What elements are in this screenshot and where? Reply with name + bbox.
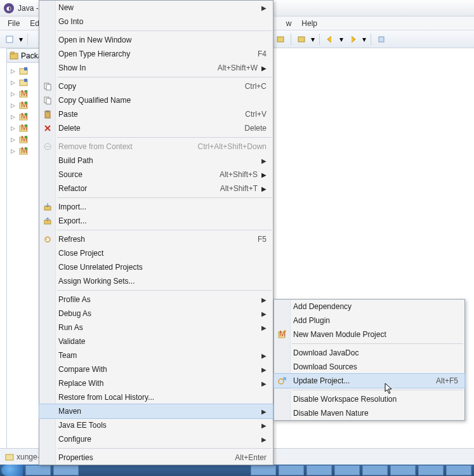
- taskbar-item[interactable]: [306, 465, 332, 475]
- menu-new[interactable]: New▶: [39, 1, 273, 15]
- menu-copy-qualified[interactable]: Copy Qualified Name: [39, 93, 273, 107]
- menu-profile-as[interactable]: Profile As▶: [39, 293, 273, 307]
- export-icon: [43, 216, 53, 226]
- menu-close-project[interactable]: Close Project: [39, 246, 273, 260]
- menu-close-unrelated[interactable]: Close Unrelated Projects: [39, 260, 273, 274]
- submenu-download-sources[interactable]: Download Sources: [274, 360, 464, 374]
- toolbar-btn-2[interactable]: [294, 32, 308, 46]
- menu-validate[interactable]: Validate: [39, 334, 273, 348]
- svg-rect-7: [24, 67, 27, 70]
- svg-rect-9: [24, 79, 27, 82]
- toolbar-btn-1[interactable]: [273, 32, 287, 46]
- menu-assign-working-sets[interactable]: Assign Working Sets...: [39, 274, 273, 288]
- taskbar-item[interactable]: [25, 465, 51, 475]
- submenu-disable-maven[interactable]: Disable Maven Nature: [274, 406, 464, 420]
- svg-rect-15: [25, 102, 27, 104]
- taskbar-item[interactable]: [390, 465, 416, 475]
- submenu-add-dependency[interactable]: Add Dependency: [274, 300, 464, 314]
- remove-icon: [43, 142, 53, 152]
- project-icon: [5, 453, 14, 461]
- svg-rect-21: [25, 124, 27, 127]
- menu-maven[interactable]: Maven▶: [39, 404, 273, 418]
- nav-fwd[interactable]: [346, 32, 360, 46]
- copy-icon: [43, 81, 53, 91]
- svg-rect-5: [11, 52, 14, 54]
- svg-rect-34: [46, 110, 49, 112]
- svg-rect-30: [46, 84, 51, 90]
- menu-properties[interactable]: PropertiesAlt+Enter: [39, 451, 273, 465]
- menu-java-ee-tools[interactable]: Java EE Tools▶: [39, 418, 273, 432]
- svg-point-40: [279, 379, 284, 384]
- svg-rect-12: [25, 90, 27, 93]
- menu-refresh[interactable]: RefreshF5: [39, 232, 273, 246]
- menu-go-into[interactable]: Go Into: [39, 15, 273, 29]
- svg-rect-41: [283, 377, 286, 380]
- svg-rect-0: [6, 36, 13, 43]
- menu-open-type-hierarchy[interactable]: Open Type HierarchyF4: [39, 47, 273, 61]
- menu-file[interactable]: File: [3, 18, 25, 29]
- taskbar-item[interactable]: [418, 465, 444, 475]
- taskbar-item[interactable]: [251, 465, 276, 475]
- toolbar-dd-2[interactable]: ▾: [310, 32, 316, 46]
- menu-compare-with[interactable]: Compare With▶: [39, 362, 273, 376]
- svg-rect-3: [379, 37, 384, 42]
- menu-paste[interactable]: PasteCtrl+V: [39, 107, 273, 121]
- svg-rect-18: [25, 113, 27, 116]
- update-icon: [277, 376, 287, 386]
- taskbar-item[interactable]: [279, 465, 304, 475]
- menu-export[interactable]: Export...: [39, 214, 273, 228]
- delete-icon: [43, 123, 53, 133]
- maven-submenu: Add Dependency Add Plugin MNew Maven Mod…: [273, 299, 465, 421]
- svg-rect-32: [46, 98, 51, 104]
- new-dropdown[interactable]: ▾: [18, 32, 24, 46]
- refresh-icon: [43, 234, 53, 244]
- menu-import[interactable]: Import...: [39, 200, 273, 214]
- copy-icon: [43, 95, 53, 105]
- toolbar-btn-3[interactable]: [374, 32, 388, 46]
- menu-remove-context: Remove from ContextCtrl+Alt+Shift+Down: [39, 140, 273, 154]
- nav-back[interactable]: [323, 32, 337, 46]
- svg-rect-1: [277, 37, 284, 42]
- menu-restore-history[interactable]: Restore from Local History...: [39, 390, 273, 404]
- paste-icon: [43, 109, 53, 119]
- new-button[interactable]: [3, 32, 16, 46]
- menu-copy[interactable]: CopyCtrl+C: [39, 79, 273, 93]
- menu-run-as[interactable]: Run As▶: [39, 321, 273, 334]
- taskbar-item[interactable]: [53, 465, 79, 475]
- window-title: Java -: [18, 4, 39, 13]
- start-button[interactable]: [1, 465, 23, 476]
- svg-rect-2: [298, 37, 305, 42]
- import-icon: [43, 202, 53, 212]
- menu-build-path[interactable]: Build Path▶: [39, 154, 273, 168]
- taskbar-item[interactable]: [446, 465, 471, 475]
- package-icon: [10, 51, 18, 60]
- submenu-update-project[interactable]: Update Project...Alt+F5: [274, 374, 464, 388]
- eclipse-icon: ◐: [4, 3, 14, 13]
- nav-back-dd[interactable]: ▾: [338, 32, 345, 46]
- taskbar-item[interactable]: [362, 465, 388, 475]
- menu-window-tail[interactable]: w: [281, 18, 297, 29]
- context-menu: New▶ Go Into Open in New Window Open Typ…: [39, 0, 273, 465]
- menu-refactor[interactable]: RefactorAlt+Shift+T▶: [39, 182, 273, 195]
- nav-fwd-dd[interactable]: ▾: [361, 32, 367, 46]
- svg-rect-24: [25, 136, 27, 138]
- menu-team[interactable]: Team▶: [39, 348, 273, 362]
- menu-configure[interactable]: Configure▶: [39, 432, 273, 446]
- submenu-disable-workspace[interactable]: Disable Workspace Resolution: [274, 392, 464, 406]
- menu-delete[interactable]: DeleteDelete: [39, 121, 273, 135]
- maven-module-icon: M: [277, 329, 287, 340]
- taskbar-item[interactable]: [334, 465, 360, 475]
- submenu-download-javadoc[interactable]: Download JavaDoc: [274, 346, 464, 360]
- menu-replace-with[interactable]: Replace With▶: [39, 376, 273, 390]
- svg-rect-27: [25, 147, 27, 150]
- menu-open-new-window[interactable]: Open in New Window: [39, 33, 273, 47]
- submenu-new-maven-module[interactable]: MNew Maven Module Project: [274, 327, 464, 341]
- windows-taskbar: [0, 465, 474, 476]
- menu-show-in[interactable]: Show InAlt+Shift+W▶: [39, 61, 273, 75]
- menu-debug-as[interactable]: Debug As▶: [39, 307, 273, 321]
- submenu-add-plugin[interactable]: Add Plugin: [274, 314, 464, 327]
- svg-rect-28: [6, 454, 13, 460]
- menu-help[interactable]: Help: [296, 18, 322, 29]
- menu-source[interactable]: SourceAlt+Shift+S▶: [39, 168, 273, 182]
